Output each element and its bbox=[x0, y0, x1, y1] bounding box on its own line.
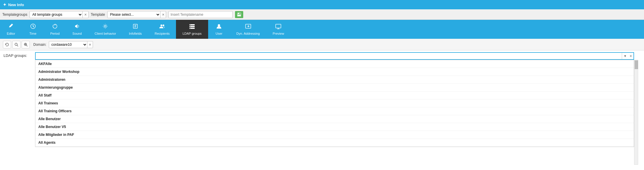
ldap-clear-button[interactable]: × bbox=[628, 53, 633, 59]
tab-preview[interactable]: Preview bbox=[266, 20, 291, 39]
template-label: Template bbox=[91, 13, 105, 17]
svg-rect-2 bbox=[238, 15, 241, 16]
title-bar: ✦ New Info bbox=[0, 0, 644, 9]
template-select[interactable]: Please select... bbox=[108, 11, 160, 18]
tab-period-label: Period bbox=[50, 32, 60, 35]
list-item[interactable]: Alarmierungsgruppe bbox=[35, 84, 634, 92]
tab-user[interactable]: User bbox=[208, 20, 230, 39]
svg-point-12 bbox=[190, 26, 191, 27]
list-item[interactable]: All Staff bbox=[35, 92, 634, 99]
tab-dyn-addressing-label: Dyn. Addressing bbox=[236, 32, 260, 35]
new-info-icon: ✦ bbox=[3, 2, 6, 7]
save-button[interactable] bbox=[235, 11, 243, 18]
templategroups-select-wrapper: All template groups × bbox=[30, 11, 88, 18]
ldap-search-input[interactable] bbox=[36, 53, 622, 59]
tab-editor[interactable]: Editor bbox=[0, 20, 22, 39]
tab-client-behavior-label: Client behavior bbox=[95, 32, 116, 35]
list-item[interactable]: All Trainees bbox=[35, 99, 634, 107]
template-select-wrapper: Please select... × bbox=[107, 11, 166, 18]
ldap-groups-label: LDAP groups: bbox=[0, 50, 35, 170]
scrollbar-track[interactable] bbox=[634, 60, 638, 165]
tab-editor-label: Editor bbox=[7, 32, 15, 35]
templategroups-label: Templategroups bbox=[2, 13, 27, 17]
tab-dyn-addressing[interactable]: Dyn. Addressing bbox=[230, 20, 266, 39]
ldap-input-wrapper: ▼ × bbox=[35, 52, 634, 60]
toolbar: Domain: cordaware10 × bbox=[0, 39, 644, 50]
tab-recipients-label: Recipients bbox=[155, 32, 170, 35]
search-button[interactable] bbox=[12, 41, 20, 48]
svg-rect-16 bbox=[276, 24, 281, 28]
templategroups-clear-button[interactable]: × bbox=[82, 11, 88, 18]
tab-sound-label: Sound bbox=[72, 32, 82, 35]
list-item[interactable]: Administratoren bbox=[35, 76, 634, 84]
svg-point-17 bbox=[15, 43, 17, 45]
svg-point-13 bbox=[190, 28, 191, 29]
main-content: LDAP groups: ▼ × AKFAlle Administrator W… bbox=[0, 50, 644, 170]
svg-point-6 bbox=[160, 24, 162, 26]
template-name-input[interactable] bbox=[168, 11, 233, 18]
time-icon bbox=[30, 23, 36, 31]
scrollbar-thumb[interactable] bbox=[635, 60, 638, 69]
infofields-icon bbox=[132, 23, 138, 31]
ldap-dropdown-arrow[interactable]: ▼ bbox=[622, 53, 628, 59]
editor-icon bbox=[8, 23, 14, 31]
tab-time-label: Time bbox=[29, 32, 36, 35]
svg-point-4 bbox=[104, 25, 106, 27]
user-icon bbox=[216, 23, 222, 31]
template-bar: Templategroups All template groups × Tem… bbox=[0, 9, 644, 20]
ldap-content-column: ▼ × AKFAlle Administrator Workshop Admin… bbox=[35, 50, 640, 170]
zoom-button[interactable] bbox=[22, 41, 30, 48]
svg-point-7 bbox=[163, 24, 164, 26]
tab-recipients[interactable]: Recipients bbox=[148, 20, 176, 39]
tab-client-behavior[interactable]: Client behavior bbox=[88, 20, 122, 39]
client-behavior-icon bbox=[102, 23, 108, 31]
nav-bar: Editor Time Period Sound Client behavior… bbox=[0, 20, 644, 39]
period-icon bbox=[52, 23, 58, 31]
tab-preview-label: Preview bbox=[273, 32, 284, 35]
tab-sound[interactable]: Sound bbox=[66, 20, 88, 39]
tab-ldap-groups-label: LDAP groups bbox=[182, 32, 201, 35]
tab-infofields-label: Infofields bbox=[129, 32, 142, 35]
ldap-dropdown-list[interactable]: AKFAlle Administrator Workshop Administr… bbox=[35, 60, 634, 147]
svg-point-11 bbox=[190, 24, 191, 25]
svg-rect-1 bbox=[238, 13, 239, 14]
preview-icon bbox=[275, 23, 282, 31]
domain-select-wrapper: cordaware10 × bbox=[49, 41, 93, 48]
list-item[interactable]: All Training Officers bbox=[35, 107, 634, 115]
template-clear-button[interactable]: × bbox=[160, 11, 166, 18]
tab-infofields[interactable]: Infofields bbox=[122, 20, 148, 39]
tab-period[interactable]: Period bbox=[44, 20, 66, 39]
domain-clear-button[interactable]: × bbox=[87, 41, 93, 48]
recipients-icon bbox=[159, 23, 165, 31]
title-bar-label: New Info bbox=[8, 3, 24, 7]
list-item[interactable]: All Agents bbox=[35, 139, 634, 147]
list-item[interactable]: AKFAlle bbox=[35, 60, 634, 68]
list-item[interactable]: Alle Benutzer bbox=[35, 115, 634, 123]
domain-label: Domain: bbox=[33, 43, 46, 47]
tab-user-label: User bbox=[215, 32, 222, 35]
svg-point-14 bbox=[218, 24, 220, 27]
refresh-button[interactable] bbox=[3, 41, 11, 48]
tab-ldap-groups[interactable]: LDAP groups bbox=[176, 20, 208, 39]
list-item[interactable]: Alle Benutzer V5 bbox=[35, 123, 634, 131]
list-item[interactable]: Administrator Workshop bbox=[35, 68, 634, 76]
templategroups-select[interactable]: All template groups bbox=[30, 11, 82, 18]
tab-time[interactable]: Time bbox=[22, 20, 44, 39]
sound-icon bbox=[74, 23, 80, 31]
list-item[interactable]: Alle Mitglieder in PAF bbox=[35, 131, 634, 139]
domain-select[interactable]: cordaware10 bbox=[49, 41, 87, 48]
dyn-addressing-icon bbox=[245, 23, 251, 31]
ldap-groups-icon bbox=[189, 23, 195, 31]
